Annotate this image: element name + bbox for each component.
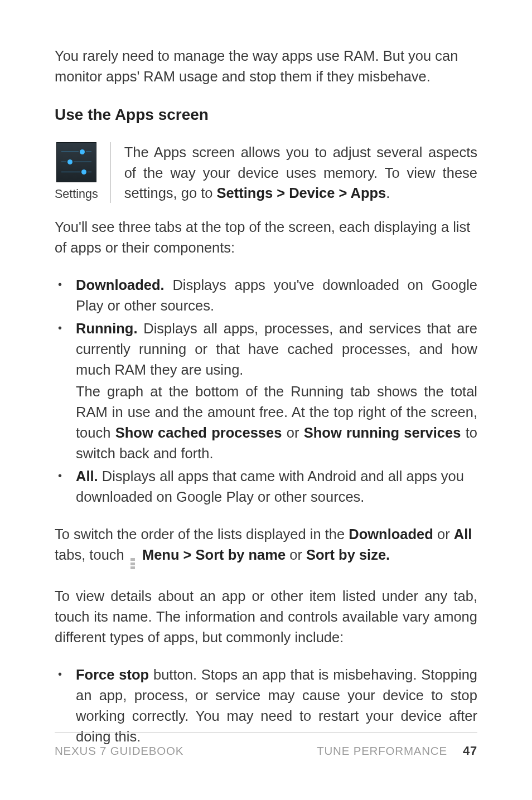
switch-b4: Sort by size. xyxy=(306,547,390,563)
footer-page-number: 47 xyxy=(463,742,477,760)
list-item: • Downloaded. Displays apps you've downl… xyxy=(55,275,477,316)
footer-left: NEXUS 7 GUIDEBOOK xyxy=(55,743,183,759)
bullet2-label: Running. xyxy=(76,321,137,336)
switch-b2: All xyxy=(454,526,472,542)
bullet-body: Downloaded. Displays apps you've downloa… xyxy=(76,275,477,316)
bullet-dot-icon: • xyxy=(55,318,76,464)
settings-icon-block: Settings xyxy=(55,142,111,203)
tabs-intro: You'll see three tabs at the top of the … xyxy=(55,217,477,258)
switch-b3: Menu > Sort by name xyxy=(142,547,286,563)
switch-mid2: tabs, touch xyxy=(55,547,128,563)
bullet2-sub-mid: or xyxy=(282,425,303,440)
page-footer: NEXUS 7 GUIDEBOOK TUNE PERFORMANCE 47 xyxy=(55,733,477,760)
icon-paragraph-row: Settings The Apps screen allows you to a… xyxy=(55,142,477,204)
icon-description: The Apps screen allows you to adjust sev… xyxy=(124,142,477,204)
bullet3-text: Displays all apps that came with Android… xyxy=(76,468,464,505)
list-item: • All. Displays all apps that came with … xyxy=(55,466,477,507)
settings-icon xyxy=(56,142,96,182)
icon-para-post: . xyxy=(386,185,390,201)
view-details-para: To view details about an app or other it… xyxy=(55,586,477,648)
bullet3-label: All. xyxy=(76,468,98,484)
intro-paragraph: You rarely need to manage the way apps u… xyxy=(55,46,477,87)
switch-mid1: or xyxy=(433,526,454,542)
bullet2-sub-b1: Show cached processes xyxy=(115,425,282,440)
list-item: • Running. Displays all apps, processes,… xyxy=(55,318,477,464)
switch-mid3: or xyxy=(286,547,306,563)
bullet-dot-icon: • xyxy=(55,466,76,507)
bullet-body: All. Displays all apps that came with An… xyxy=(76,466,477,507)
bullet4-label: Force stop xyxy=(76,667,149,682)
bullet2-sub-b2: Show running services xyxy=(304,425,461,440)
switch-b1: Downloaded xyxy=(349,526,433,542)
switch-pre: To switch the order of the lists display… xyxy=(55,526,349,542)
section-heading: Use the Apps screen xyxy=(55,104,477,127)
tabs-bullet-list: • Downloaded. Displays apps you've downl… xyxy=(55,275,477,507)
bullet2-subpara: The graph at the bottom of the Running t… xyxy=(76,381,477,464)
menu-overflow-icon xyxy=(130,558,135,569)
bullet-body: Running. Displays all apps, processes, a… xyxy=(76,318,477,464)
icon-para-bold: Settings > Device > Apps xyxy=(217,185,386,201)
bullet-dot-icon: • xyxy=(55,275,76,316)
footer-section: TUNE PERFORMANCE xyxy=(317,743,447,759)
switch-order-para: To switch the order of the lists display… xyxy=(55,524,477,569)
bullet1-label: Downloaded. xyxy=(76,277,165,293)
settings-icon-caption: Settings xyxy=(55,186,98,203)
